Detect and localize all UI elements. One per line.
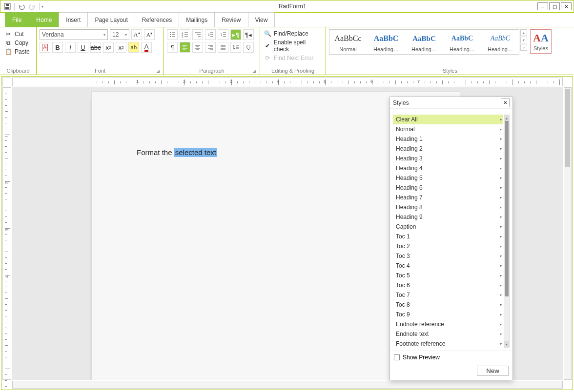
style-item-toc-4[interactable]: Toc 4▾	[393, 261, 503, 271]
ruler-corner[interactable]	[2, 78, 11, 86]
style-item-heading-4[interactable]: Heading 4▾	[393, 163, 503, 173]
chevron-down-icon[interactable]: ▾	[500, 332, 502, 336]
align-justify-button[interactable]	[218, 42, 228, 53]
save-icon[interactable]	[2, 1, 12, 11]
shading-button[interactable]	[243, 42, 254, 53]
chevron-down-icon[interactable]: ▾	[500, 283, 502, 288]
increase-indent-button[interactable]	[218, 29, 228, 40]
decrease-indent-button[interactable]	[205, 29, 216, 40]
tab-file[interactable]: File	[5, 12, 29, 27]
style-item-toc-8[interactable]: Toc 8▾	[393, 300, 503, 310]
dialog-launcher-icon[interactable]: ◢	[252, 69, 256, 74]
new-style-button[interactable]: New	[477, 366, 509, 376]
style-item-toc-6[interactable]: Toc 6▾	[393, 280, 503, 290]
redo-icon[interactable]	[27, 1, 37, 11]
tab-references[interactable]: References	[135, 12, 179, 27]
underline-button[interactable]: U	[78, 42, 88, 53]
style-item-heading-6[interactable]: Heading 6▾	[393, 183, 503, 193]
chevron-down-icon[interactable]: ▾	[500, 274, 502, 278]
chevron-down-icon[interactable]: ▾	[500, 342, 502, 346]
style-item-caption[interactable]: Caption▾	[393, 222, 503, 232]
maximize-button[interactable]: ▢	[549, 2, 560, 10]
chevron-down-icon[interactable]: ▾	[500, 215, 502, 219]
style-item-toc-5[interactable]: Toc 5▾	[393, 271, 503, 280]
chevron-down-icon[interactable]: ▾	[500, 196, 502, 200]
style-item-toc-7[interactable]: Toc 7▾	[393, 290, 503, 300]
chevron-down-icon[interactable]: ▾	[500, 186, 502, 190]
clear-format-button[interactable]: A̶	[40, 42, 50, 53]
shrink-font-button[interactable]: A▾	[144, 29, 155, 40]
horizontal-ruler[interactable]: 1234567	[12, 78, 563, 86]
style-item-toc-3[interactable]: Toc 3▾	[393, 251, 503, 261]
line-spacing-button[interactable]	[230, 42, 241, 53]
paste-button[interactable]: 📋Paste	[3, 48, 32, 56]
styles-pane-header[interactable]: Styles ✕	[390, 97, 512, 109]
show-marks-button[interactable]: ¶	[167, 42, 178, 53]
scrollbar-thumb[interactable]	[505, 121, 509, 296]
scroll-down-icon[interactable]: ▾	[504, 341, 509, 347]
chevron-down-icon[interactable]: ▾	[500, 244, 502, 249]
chevron-down-icon[interactable]: ▾	[500, 293, 502, 297]
scroll-up-icon[interactable]: ▴	[504, 115, 509, 121]
style-item-footnote-reference[interactable]: Footnote reference▾	[393, 339, 503, 348]
style-item-toc-1[interactable]: Toc 1▾	[393, 232, 503, 241]
qat-dropdown-icon[interactable]: ▾	[41, 4, 46, 9]
align-center-button[interactable]	[192, 42, 203, 53]
rtl-direction-button[interactable]: ¶◂	[243, 29, 254, 40]
style-item-toc-2[interactable]: Toc 2▾	[393, 241, 503, 251]
undo-icon[interactable]	[17, 1, 26, 11]
style-card-heading-[interactable]: AaBbCHeading…	[408, 32, 441, 52]
spellcheck-button[interactable]: ✔Enable spell check	[263, 39, 323, 53]
tab-view[interactable]: View	[248, 12, 275, 27]
copy-button[interactable]: ⧉Copy	[3, 39, 32, 47]
show-preview-checkbox[interactable]	[394, 354, 400, 360]
document-text[interactable]: Format the selected text	[137, 148, 217, 157]
style-item-toc-9[interactable]: Toc 9▾	[393, 310, 503, 319]
gallery-up-icon[interactable]: ▴	[520, 29, 527, 36]
chevron-down-icon[interactable]: ▾	[500, 322, 502, 327]
chevron-down-icon[interactable]: ▾	[500, 118, 502, 122]
chevron-down-icon[interactable]: ▾	[500, 225, 502, 229]
chevron-down-icon[interactable]: ▾	[500, 235, 502, 239]
grow-font-button[interactable]: A▴	[131, 29, 142, 40]
tab-review[interactable]: Review	[214, 12, 248, 27]
highlight-button[interactable]: ab	[128, 42, 139, 53]
chevron-down-icon[interactable]: ▾	[500, 176, 502, 180]
style-card-heading-[interactable]: AaBbCHeading…	[446, 32, 479, 52]
styles-pane-close-button[interactable]: ✕	[501, 98, 510, 107]
style-item-clear-all[interactable]: Clear All▾	[393, 115, 503, 124]
gallery-down-icon[interactable]: ▾	[520, 37, 527, 43]
dialog-launcher-icon[interactable]: ◢	[156, 69, 160, 74]
tab-insert[interactable]: Insert	[59, 12, 88, 27]
chevron-down-icon[interactable]: ▾	[500, 303, 502, 307]
style-card-normal[interactable]: AaBbCcNormal	[331, 32, 365, 52]
close-button[interactable]: ✕	[561, 2, 572, 10]
tab-page-layout[interactable]: Page Layout	[87, 12, 135, 27]
styles-pane-launcher[interactable]: AA Styles	[530, 29, 552, 54]
chevron-down-icon[interactable]: ▾	[500, 127, 502, 132]
ltr-direction-button[interactable]: ▸¶	[230, 29, 241, 40]
style-item-heading-3[interactable]: Heading 3▾	[393, 154, 503, 163]
chevron-down-icon[interactable]: ▾	[500, 254, 502, 258]
font-family-combo[interactable]: Verdana▾	[40, 29, 108, 40]
style-card-heading-[interactable]: AaBbCHeading…	[484, 32, 517, 52]
align-right-button[interactable]	[205, 42, 216, 53]
bulleted-list-button[interactable]	[167, 29, 178, 40]
minimize-button[interactable]: –	[537, 2, 548, 10]
numbered-list-button[interactable]: 123	[180, 29, 190, 40]
style-item-heading-2[interactable]: Heading 2▾	[393, 144, 503, 154]
style-item-heading-1[interactable]: Heading 1▾	[393, 134, 503, 144]
style-item-heading-9[interactable]: Heading 9▾	[393, 212, 503, 222]
multilevel-list-button[interactable]	[192, 29, 203, 40]
font-size-combo[interactable]: 12▾	[110, 29, 129, 40]
styles-list[interactable]: Clear All▾Normal▾Heading 1▾Heading 2▾Hea…	[393, 115, 503, 348]
style-item-heading-7[interactable]: Heading 7▾	[393, 193, 503, 202]
tab-mailings[interactable]: Mailings	[179, 12, 215, 27]
chevron-down-icon[interactable]: ▾	[500, 147, 502, 151]
strike-button[interactable]: abc	[90, 42, 101, 53]
horizontal-scrollbar[interactable]	[12, 381, 563, 389]
chevron-down-icon[interactable]: ▾	[500, 205, 502, 210]
gallery-more-icon[interactable]: ▿	[520, 44, 527, 51]
chevron-down-icon[interactable]: ▾	[500, 166, 502, 171]
style-item-heading-8[interactable]: Heading 8▾	[393, 202, 503, 212]
